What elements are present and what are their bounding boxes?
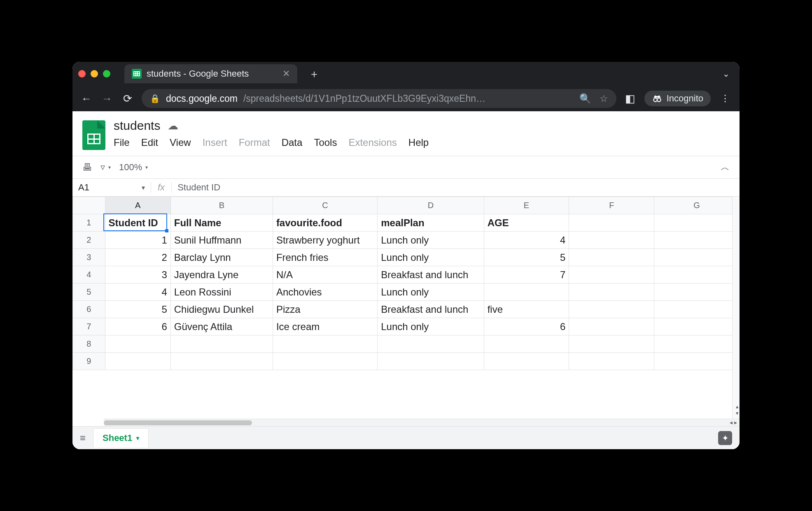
cell[interactable]	[654, 284, 740, 301]
cell[interactable]	[654, 266, 740, 284]
cell[interactable]	[569, 249, 654, 266]
column-header-C[interactable]: C	[273, 197, 377, 214]
menu-format[interactable]: Format	[239, 137, 270, 148]
cell[interactable]: 2	[105, 249, 170, 266]
sheet-tab[interactable]: Sheet1 ▾	[93, 428, 149, 448]
cell[interactable]: Breakfast and lunch	[378, 301, 484, 318]
zoom-indicator-icon[interactable]: 🔍	[579, 93, 591, 104]
cell[interactable]: Student ID	[105, 214, 170, 232]
cell[interactable]	[569, 301, 654, 318]
cell[interactable]: Lunch only	[378, 318, 484, 335]
cell[interactable]: AGE	[484, 214, 569, 232]
cell[interactable]: 1	[105, 232, 170, 249]
back-button[interactable]: ←	[80, 92, 93, 105]
cell[interactable]: Barclay Lynn	[170, 249, 273, 266]
cell[interactable]	[273, 335, 377, 353]
row-header[interactable]: 5	[73, 284, 105, 301]
cell[interactable]	[569, 353, 654, 370]
menu-data[interactable]: Data	[282, 137, 303, 148]
reload-button[interactable]: ⟳	[121, 92, 134, 105]
vertical-scrollbar[interactable]: ▴ ▾	[732, 197, 740, 419]
cell[interactable]: 3	[105, 266, 170, 284]
cell[interactable]: 6	[484, 318, 569, 335]
cell[interactable]	[569, 335, 654, 353]
column-header-E[interactable]: E	[484, 197, 569, 214]
cell[interactable]	[654, 232, 740, 249]
cell[interactable]	[170, 335, 273, 353]
cell[interactable]: Breakfast and lunch	[378, 266, 484, 284]
cell[interactable]: Lunch only	[378, 249, 484, 266]
address-bar[interactable]: 🔒 docs.google.com/spreadsheets/d/1V1nPp1…	[142, 89, 616, 108]
cell[interactable]: Anchovies	[273, 284, 377, 301]
cell[interactable]	[484, 335, 569, 353]
fullscreen-window-button[interactable]	[103, 70, 110, 77]
cell[interactable]: 4	[484, 232, 569, 249]
incognito-badge[interactable]: Incognito	[644, 91, 711, 106]
browser-menu-button[interactable]: ⋮	[718, 93, 732, 104]
forward-button[interactable]: →	[100, 92, 114, 105]
cell[interactable]: Ice cream	[273, 318, 377, 335]
cell[interactable]	[105, 335, 170, 353]
cell[interactable]: 5	[105, 301, 170, 318]
row-header[interactable]: 9	[73, 353, 105, 370]
document-title[interactable]: students	[114, 119, 160, 133]
row-header[interactable]: 7	[73, 318, 105, 335]
cell[interactable]	[654, 249, 740, 266]
filter-views-button[interactable]: ▿ ▾	[100, 162, 111, 173]
cell[interactable]: Leon Rossini	[170, 284, 273, 301]
cell[interactable]	[654, 318, 740, 335]
cell[interactable]	[569, 318, 654, 335]
cell[interactable]: five	[484, 301, 569, 318]
cell[interactable]: mealPlan	[378, 214, 484, 232]
row-header[interactable]: 6	[73, 301, 105, 318]
sheets-logo-icon[interactable]	[82, 120, 105, 150]
cell[interactable]: favourite.food	[273, 214, 377, 232]
formula-bar[interactable]: Student ID	[171, 182, 740, 193]
cell[interactable]	[484, 284, 569, 301]
cell[interactable]: Full Name	[170, 214, 273, 232]
select-all-cell[interactable]	[73, 197, 105, 214]
cell[interactable]	[569, 214, 654, 232]
cell[interactable]	[378, 335, 484, 353]
cell[interactable]: Güvenç Attila	[170, 318, 273, 335]
cell[interactable]: Jayendra Lyne	[170, 266, 273, 284]
cell[interactable]	[484, 353, 569, 370]
column-header-F[interactable]: F	[569, 197, 654, 214]
row-header[interactable]: 4	[73, 266, 105, 284]
row-header[interactable]: 2	[73, 232, 105, 249]
cell[interactable]	[273, 353, 377, 370]
menu-view[interactable]: View	[170, 137, 191, 148]
explore-button[interactable]: ✦	[718, 431, 732, 445]
cell[interactable]	[569, 266, 654, 284]
menu-edit[interactable]: Edit	[141, 137, 158, 148]
cell[interactable]	[654, 335, 740, 353]
cell[interactable]: 4	[105, 284, 170, 301]
minimize-window-button[interactable]	[91, 70, 98, 77]
cell[interactable]: 7	[484, 266, 569, 284]
menu-file[interactable]: File	[114, 137, 130, 148]
column-header-D[interactable]: D	[378, 197, 484, 214]
cell[interactable]: N/A	[273, 266, 377, 284]
cell[interactable]	[569, 284, 654, 301]
cell[interactable]	[654, 214, 740, 232]
collapse-toolbar-button[interactable]: ︿	[721, 161, 730, 173]
cell[interactable]: French fries	[273, 249, 377, 266]
column-header-B[interactable]: B	[170, 197, 273, 214]
cell[interactable]: 5	[484, 249, 569, 266]
scrollbar-thumb[interactable]	[104, 420, 252, 425]
cell[interactable]	[378, 353, 484, 370]
cell[interactable]: Lunch only	[378, 232, 484, 249]
row-header[interactable]: 8	[73, 335, 105, 353]
menu-extensions[interactable]: Extensions	[348, 137, 397, 148]
column-header-A[interactable]: A	[105, 197, 170, 214]
zoom-dropdown[interactable]: 100% ▾	[119, 162, 148, 173]
cloud-saved-icon[interactable]: ☁	[168, 120, 178, 132]
row-header[interactable]: 3	[73, 249, 105, 266]
cell[interactable]: Strawberry yoghurt	[273, 232, 377, 249]
close-tab-button[interactable]: ✕	[282, 68, 290, 79]
new-tab-button[interactable]: ＋	[303, 67, 325, 81]
menu-help[interactable]: Help	[408, 137, 429, 148]
menu-tools[interactable]: Tools	[314, 137, 337, 148]
cell[interactable]: 6	[105, 318, 170, 335]
horizontal-scrollbar[interactable]: ◂▸	[104, 419, 740, 426]
